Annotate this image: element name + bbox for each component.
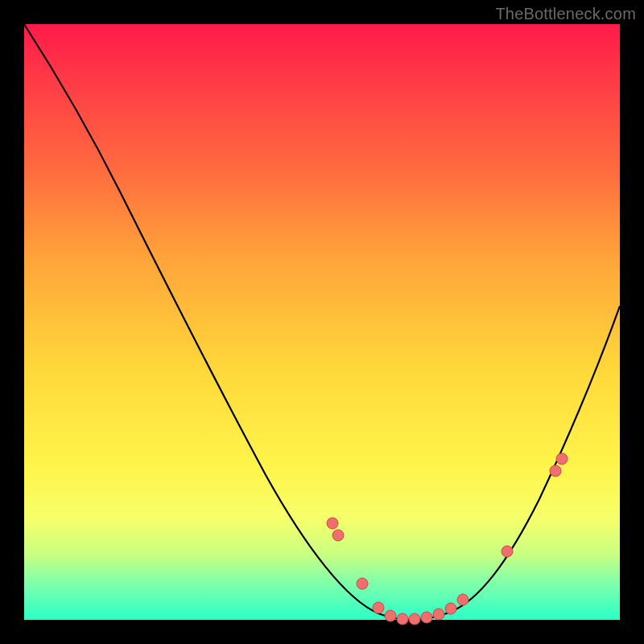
bottleneck-curve xyxy=(24,24,620,620)
data-point xyxy=(357,578,368,589)
data-point xyxy=(421,612,432,623)
data-point xyxy=(409,613,420,625)
data-point xyxy=(550,465,561,477)
data-point xyxy=(445,603,456,614)
data-point xyxy=(397,613,408,625)
data-point xyxy=(373,602,384,613)
data-point xyxy=(327,518,338,529)
data-point xyxy=(433,609,444,620)
data-point xyxy=(502,546,513,557)
data-point xyxy=(556,453,568,464)
data-point xyxy=(332,530,344,541)
chart-svg xyxy=(24,24,620,620)
data-point xyxy=(385,610,396,621)
marker-group xyxy=(327,453,568,625)
data-point xyxy=(457,594,469,605)
watermark-text: TheBottleneck.com xyxy=(495,5,636,23)
